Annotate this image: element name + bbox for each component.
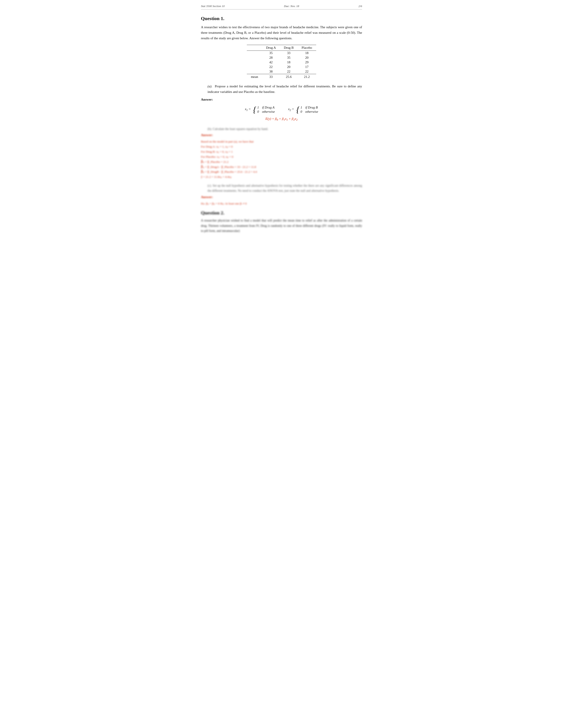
answer-b-line: Based on the model in part (a), we have …	[201, 139, 362, 144]
table-cell	[247, 51, 262, 56]
x1-cases: { 1 if Drug A 0 otherwise	[253, 105, 275, 114]
question2-intro: A researcher physician wished to find a …	[201, 218, 362, 233]
x2-var: x2 =	[288, 107, 294, 112]
x1-case2: 0 otherwise	[257, 110, 275, 114]
table-cell: 20	[298, 55, 316, 60]
table-cell: 35	[280, 55, 298, 60]
table-cell: 22	[262, 65, 280, 69]
x2-brace: {	[296, 105, 300, 114]
answer-label-c: Answer:	[201, 195, 362, 199]
part-c: (c). Set up the null hypothesis and alte…	[201, 183, 362, 193]
header-right: 2/6	[358, 4, 362, 8]
x2-case2: 0 otherwise	[301, 110, 318, 114]
table-mean-cell: mean	[247, 74, 262, 79]
x2-case1: 1 if Drug B	[301, 106, 318, 109]
part-b-text: (b). Calculate the least squares equatio…	[207, 127, 268, 131]
x1-brace: {	[253, 105, 256, 114]
answer-b-line: For Placebo: x₁ = 0, x₂ = 0	[201, 154, 362, 159]
table-cell: 22	[298, 69, 316, 74]
table-cell	[247, 55, 262, 60]
header-center: Due: Nov. 18	[284, 4, 299, 8]
table-cell: 42	[262, 60, 280, 65]
col-header-drug-a: Drug A	[262, 45, 280, 51]
table-mean-cell: 25.6	[280, 74, 298, 79]
x1-cases-lines: 1 if Drug A 0 otherwise	[257, 105, 275, 114]
table-cell: 33	[280, 51, 298, 56]
table-mean-cell: 33	[262, 74, 280, 79]
table-cell	[247, 69, 262, 74]
x2-cases-lines: 1 if Drug B 0 otherwise	[301, 105, 318, 114]
table-cell: 28	[262, 55, 280, 60]
answer-label-a: Answer:	[201, 98, 362, 101]
answer-b-content: Based on the model in part (a), we have …	[201, 139, 362, 180]
question2-title: Question 2.	[201, 210, 362, 216]
x1-var: x1 =	[245, 107, 251, 112]
table-cell: 29	[298, 60, 316, 65]
table-cell: 35	[262, 51, 280, 56]
math-definitions-block: x1 = { 1 if Drug A 0 otherwise x2 = { 1 …	[201, 105, 362, 114]
table-cell: 38	[262, 69, 280, 74]
table-cell: 17	[298, 65, 316, 69]
col-header-drug-b: Drug B	[280, 45, 298, 51]
answer-b-line: ŷ = 21.2 + 11.8x₁ + 4.4x₂	[201, 174, 362, 180]
data-table-wrapper: Drug A Drug B Placebo 353318283520421829…	[201, 45, 362, 79]
table-cell: 22	[280, 69, 298, 74]
x2-definition: x2 = { 1 if Drug B 0 otherwise	[288, 105, 318, 114]
question1-intro: A researcher wishes to test the effectiv…	[201, 24, 362, 41]
x2-cases: { 1 if Drug B 0 otherwise	[296, 105, 318, 114]
answer-label-b: Answer:	[201, 133, 362, 137]
table-cell: 18	[280, 60, 298, 65]
table-cell	[247, 65, 262, 69]
answer-b-line: β̂₀ = ȳ_Placebo = 21.2	[201, 159, 362, 165]
answer-b-line: β̂₁ = ȳ_DrugA - ȳ_Placebo = 33 - 21.2 = …	[201, 165, 362, 170]
answer-b-line: For Drug B: x₁ = 0, x₂ = 1	[201, 149, 362, 154]
part-c-text: (c). Set up the null hypothesis and alte…	[207, 184, 362, 192]
part-a-text: Propose a model for estimating the level…	[207, 84, 362, 94]
table-cell: 18	[298, 51, 316, 56]
x1-definition: x1 = { 1 if Drug A 0 otherwise	[245, 105, 275, 114]
header-left: Stat 3500 Section 10	[201, 4, 224, 8]
question1-title: Question 1.	[201, 16, 362, 21]
col-header-empty	[247, 45, 262, 51]
answer-b-line: For Drug A: x₁ = 1, x₂ = 0	[201, 144, 362, 149]
page-header: Stat 3500 Section 10 Due: Nov. 18 2/6	[201, 4, 362, 9]
table-mean-cell: 21.2	[298, 74, 316, 79]
data-table: Drug A Drug B Placebo 353318283520421829…	[247, 45, 316, 79]
col-header-placebo: Placebo	[298, 45, 316, 51]
part-b: (b). Calculate the least squares equatio…	[201, 126, 362, 131]
part-a: (a). Propose a model for estimating the …	[201, 84, 362, 95]
part-a-label: (a).	[207, 84, 213, 88]
answer-c-content: H₀: β₁ = β₂ = 0 Hₐ: At least one βᵢ ≠ 0	[201, 201, 362, 206]
model-equation: E(y) = β0 + β1x1 + β2x2	[265, 117, 298, 122]
x1-case1: 1 if Drug A	[257, 106, 275, 109]
table-cell	[247, 60, 262, 65]
model-equation-line: E(y) = β0 + β1x1 + β2x2	[201, 117, 362, 122]
answer-b-line: β̂₂ = ȳ_DrugB - ȳ_Placebo = 25.6 - 21.2 …	[201, 169, 362, 174]
table-cell: 20	[280, 65, 298, 69]
